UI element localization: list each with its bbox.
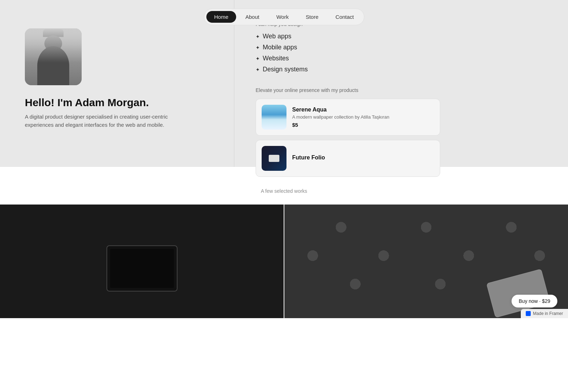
nav-home[interactable]: Home xyxy=(206,11,236,23)
laptop-shape xyxy=(106,245,178,292)
framer-badge-label: Made in Framer xyxy=(533,311,563,316)
service-list: ✦ Web apps ✦ Mobile apps ✦ Websites ✦ De… xyxy=(256,33,547,73)
framer-badge: Made in Framer xyxy=(521,309,568,318)
laptop-screen xyxy=(110,249,174,288)
product-name: Serene Aqua xyxy=(292,107,434,113)
product-card-future-folio[interactable]: Future Folio xyxy=(256,140,440,177)
product-price: $5 xyxy=(292,122,434,128)
product-thumb-dark xyxy=(262,146,286,171)
works-grid: Buy now · $29 Made in Framer xyxy=(0,205,568,318)
service-item-mobileapps: ✦ Mobile apps xyxy=(256,44,547,51)
buy-now-button[interactable]: Buy now · $29 xyxy=(512,295,557,307)
navbar: Home About Work Store Contact xyxy=(204,9,364,25)
laptop-scene xyxy=(0,205,284,318)
nav-work[interactable]: Work xyxy=(268,11,296,23)
products-title: Elevate your online presence with my pro… xyxy=(256,87,547,93)
service-item-webapps: ✦ Web apps xyxy=(256,33,547,40)
bottom-section: A few selected works Buy now · $29 Made … xyxy=(0,167,568,318)
product-thumb-aqua xyxy=(262,105,286,130)
diamond-icon: ✦ xyxy=(256,67,260,72)
product-info: Serene Aqua A modern wallpaper collectio… xyxy=(292,107,434,128)
product-name-folio: Future Folio xyxy=(292,154,434,161)
nav-contact[interactable]: Contact xyxy=(328,11,362,23)
service-item-designsystems: ✦ Design systems xyxy=(256,66,547,73)
top-section: Home About Work Store Contact Hello! I'm… xyxy=(0,0,568,167)
nav-about[interactable]: About xyxy=(237,11,267,23)
hero-name: Hello! I'm Adam Morgan. xyxy=(25,97,209,109)
profile-image xyxy=(25,28,82,85)
framer-icon xyxy=(526,311,531,316)
service-item-websites: ✦ Websites xyxy=(256,55,547,62)
product-info-folio: Future Folio xyxy=(292,154,434,162)
nav-store[interactable]: Store xyxy=(298,11,326,23)
product-card-serene-aqua[interactable]: Serene Aqua A modern wallpaper collectio… xyxy=(256,99,440,136)
left-panel: Hello! I'm Adam Morgan. A digital produc… xyxy=(0,0,234,167)
diamond-icon: ✦ xyxy=(256,45,260,50)
product-description: A modern wallpaper collection by Atilla … xyxy=(292,114,434,120)
hero-description: A digital product designer specialised i… xyxy=(25,113,195,129)
work-card-left[interactable] xyxy=(0,205,284,318)
works-label: A few selected works xyxy=(0,188,568,194)
diamond-icon: ✦ xyxy=(256,34,260,39)
work-card-right[interactable]: Buy now · $29 Made in Framer xyxy=(284,205,568,318)
diamond-icon: ✦ xyxy=(256,56,260,61)
